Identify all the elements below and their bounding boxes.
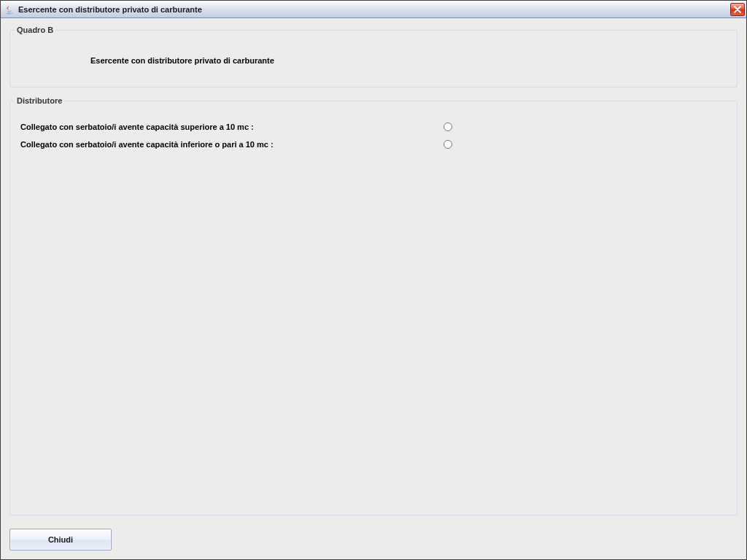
footer: Chiudi [9, 524, 738, 551]
title-bar[interactable]: Esercente con distributore privato di ca… [1, 1, 746, 18]
window-title: Esercente con distributore privato di ca… [18, 5, 730, 14]
option-radio-inf10[interactable] [444, 140, 452, 149]
groupbox-distributore-legend: Distributore [15, 96, 64, 105]
window-close-button[interactable] [730, 3, 745, 16]
client-area: Quadro B Esercente con distributore priv… [1, 18, 746, 559]
quadro-b-heading: Esercente con distributore privato di ca… [90, 56, 729, 65]
option-radio-sup10[interactable] [444, 122, 452, 131]
close-button[interactable]: Chiudi [9, 529, 112, 551]
option-row-sup10: Collegato con serbatoio/i avente capacit… [20, 122, 727, 131]
java-icon [4, 4, 15, 15]
option-label-inf10: Collegato con serbatoio/i avente capacit… [20, 140, 444, 149]
window-frame: Esercente con distributore privato di ca… [0, 0, 747, 560]
option-label-sup10: Collegato con serbatoio/i avente capacit… [20, 122, 444, 131]
option-row-inf10: Collegato con serbatoio/i avente capacit… [20, 140, 727, 149]
groupbox-quadro-b: Quadro B Esercente con distributore priv… [9, 26, 738, 88]
groupbox-distributore: Distributore Collegato con serbatoio/i a… [9, 96, 738, 516]
close-icon [734, 6, 741, 13]
groupbox-quadro-b-legend: Quadro B [15, 26, 55, 34]
